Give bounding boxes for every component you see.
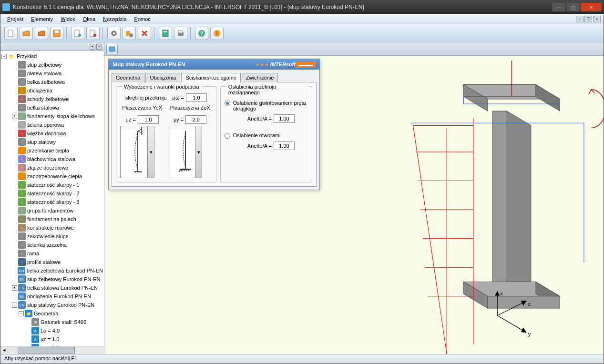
buckling-yox-dropdown[interactable]: ▾ xyxy=(147,126,154,178)
tree-item[interactable]: StGatunek stali: S460 xyxy=(0,318,104,326)
main-window: Konstruktor 6.1 Licencja dla: WEWNĘTRZNA… xyxy=(0,0,604,364)
tab-sciskanie[interactable]: Ściskanie/rozciąganie xyxy=(181,73,240,82)
doc-view-icon[interactable] xyxy=(106,44,118,54)
tree-item[interactable]: +▫fundamenty-stopa kielichowa xyxy=(0,112,104,121)
tree-item[interactable]: ▫więźba dachowa xyxy=(0,129,104,138)
menu-elementy[interactable]: Elementy xyxy=(27,15,57,23)
svg-line-44 xyxy=(413,125,447,354)
buckling-yox-diagram[interactable]: ▾ xyxy=(120,126,154,178)
tree-close-icon[interactable]: × xyxy=(96,44,102,50)
svg-rect-14 xyxy=(179,30,183,33)
tree-item[interactable]: ▫stateczność skarpy - 3 xyxy=(0,198,104,206)
tree-item[interactable]: ENsłup żelbetowy Eurokod PN-EN xyxy=(0,275,104,283)
tree-item[interactable]: ENbelka żelbetowa Eurokod PN-EN xyxy=(0,266,104,275)
tree-item[interactable]: -📁Geometria xyxy=(0,309,104,318)
tree-item[interactable]: ▫konstrukcje murowe xyxy=(0,223,104,232)
tree-pin-icon[interactable]: ▪ xyxy=(90,44,95,50)
close-button[interactable]: ✕ xyxy=(581,3,602,11)
mu-z-label: μz = xyxy=(126,117,136,122)
delete-icon[interactable] xyxy=(138,27,151,40)
new-icon[interactable] xyxy=(4,27,18,40)
window-controls: — ▢ ✕ xyxy=(552,3,602,11)
menu-projekt[interactable]: Projekt xyxy=(3,15,27,23)
doc-icon[interactable] xyxy=(71,27,84,40)
print-icon[interactable] xyxy=(174,27,187,40)
dialog-titlebar[interactable]: Słup stalowy Eurokod PN-EN ● ● ● INTERso… xyxy=(109,59,319,70)
buckling-zox-diagram[interactable]: ▾ xyxy=(168,126,202,178)
mdi-minimize[interactable]: - xyxy=(576,16,584,22)
anetto1-label: Anetto/A = xyxy=(247,116,272,121)
save-icon[interactable] xyxy=(50,27,63,40)
info-icon[interactable]: i xyxy=(210,27,224,40)
tree-item[interactable]: ▫belka żelbetowa xyxy=(0,78,104,86)
mdi-close[interactable]: × xyxy=(593,16,601,22)
tree-item[interactable]: ▫płatew stalowa xyxy=(0,69,104,78)
tree-item[interactable]: ▫fundament na palach xyxy=(0,215,104,223)
doc2-icon[interactable] xyxy=(86,27,100,40)
project-tree[interactable]: -📁Przykład▫słup żelbetowy▫płatew stalowa… xyxy=(0,51,104,346)
tree-item[interactable]: ▫słup żelbetowy xyxy=(0,61,104,69)
tree-item[interactable]: ▫profile stalowe xyxy=(0,258,104,266)
svg-point-4 xyxy=(78,34,81,37)
menu-pomoc[interactable]: Pomoc xyxy=(131,15,154,23)
mu-w-label: μω = xyxy=(173,95,184,101)
tab-geometria[interactable]: Geometria xyxy=(112,73,144,82)
tree-item[interactable]: ▫rama xyxy=(0,249,104,258)
radio-threading-row[interactable]: Osłabienie gwintowaniem pręta okrągłego xyxy=(225,100,308,111)
dialog-title: Słup stalowy Eurokod PN-EN xyxy=(113,61,256,67)
main-area: Słup stalowy Eurokod PN-EN ● ● ● INTERso… xyxy=(104,42,604,354)
tree-panel: ▪ × -📁Przykład▫słup żelbetowy▫płatew sta… xyxy=(0,42,104,354)
gear1-icon[interactable] xyxy=(107,27,121,40)
tree-item[interactable]: ▫zapotrzebowanie ciepła xyxy=(0,172,104,181)
tree-item[interactable]: ALo = 4.0 xyxy=(0,326,104,335)
tree-item[interactable]: ▫ścianka szczelna xyxy=(0,241,104,249)
mu-z-input[interactable] xyxy=(138,115,159,124)
radio-holes[interactable] xyxy=(225,133,230,139)
tree-item[interactable]: ENobciążenia Eurokod PN-EN xyxy=(0,292,104,301)
buckling-zox-dropdown[interactable]: ▾ xyxy=(195,126,202,178)
menu-widok[interactable]: Widok xyxy=(57,15,79,23)
tab-obciazenia[interactable]: Obciążenia xyxy=(145,73,180,82)
tree-item[interactable]: ▫złącze doczołowe xyxy=(0,163,104,172)
tree-item[interactable]: ▫słup stalowy xyxy=(0,138,104,146)
svg-rect-19 xyxy=(109,47,115,51)
tree-item[interactable]: ▫stateczność skarpy - 2 xyxy=(0,189,104,198)
calc-icon[interactable] xyxy=(159,27,172,40)
tree-item[interactable]: -ENslup stalowy Eurokod PN-EN xyxy=(0,301,104,309)
open-icon[interactable] xyxy=(20,27,33,40)
open2-icon[interactable] xyxy=(35,27,48,40)
tree-item[interactable]: ▫grupa fundamentów xyxy=(0,206,104,215)
radio-threading[interactable] xyxy=(225,101,230,106)
tree-item[interactable]: ▫ściana oporowa xyxy=(0,121,104,129)
anetto1-input[interactable] xyxy=(274,114,295,123)
tree-item[interactable]: Auz = 1.0 xyxy=(0,335,104,344)
column-3d-view[interactable]: x z y xyxy=(324,56,604,354)
minimize-button[interactable]: — xyxy=(552,3,565,11)
menu-narzedzia[interactable]: Narzędzia xyxy=(99,15,131,23)
tree-item[interactable]: ▫obciążenia xyxy=(0,86,104,95)
tree-item[interactable]: ▫zakotwienie słupa xyxy=(0,232,104,241)
tree-item[interactable]: ▫przenikanie ciepła xyxy=(0,146,104,155)
tree-item[interactable]: ▫stateczność skarpy - 1 xyxy=(0,181,104,189)
properties-dialog: Słup stalowy Eurokod PN-EN ● ● ● INTERso… xyxy=(108,59,320,190)
maximize-button[interactable]: ▢ xyxy=(566,3,580,11)
tab-zwichrzenie[interactable]: Zwichrzenie xyxy=(242,73,278,82)
gear2-icon[interactable] xyxy=(123,27,136,40)
tree-header: ▪ × xyxy=(0,42,104,51)
tree-item[interactable]: ▫blachownica stalowa xyxy=(0,155,104,163)
tree-item[interactable]: +ENbelka stalowa Eurokod PN-EN xyxy=(0,283,104,292)
menu-okna[interactable]: Okna xyxy=(79,15,99,23)
tree-root[interactable]: -📁Przykład xyxy=(0,52,104,61)
anetto2-input[interactable] xyxy=(274,142,295,150)
help-icon[interactable]: ? xyxy=(195,27,208,40)
mu-w-input[interactable] xyxy=(186,93,207,102)
radio-holes-row[interactable]: Osłabienie otworami xyxy=(225,132,308,139)
mu-y-input[interactable] xyxy=(185,115,206,124)
tree-hscroll[interactable]: ◂ xyxy=(0,346,104,354)
svg-text:?: ? xyxy=(200,30,204,36)
titlebar: Konstruktor 6.1 Licencja dla: WEWNĘTRZNA… xyxy=(0,0,604,14)
tree-item[interactable]: ▫schody żelbetowe xyxy=(0,95,104,103)
mdi-restore[interactable]: ❐ xyxy=(584,16,592,22)
tree-item[interactable]: ▫belka stalowa xyxy=(0,103,104,112)
scroll-thumb[interactable] xyxy=(18,347,75,354)
